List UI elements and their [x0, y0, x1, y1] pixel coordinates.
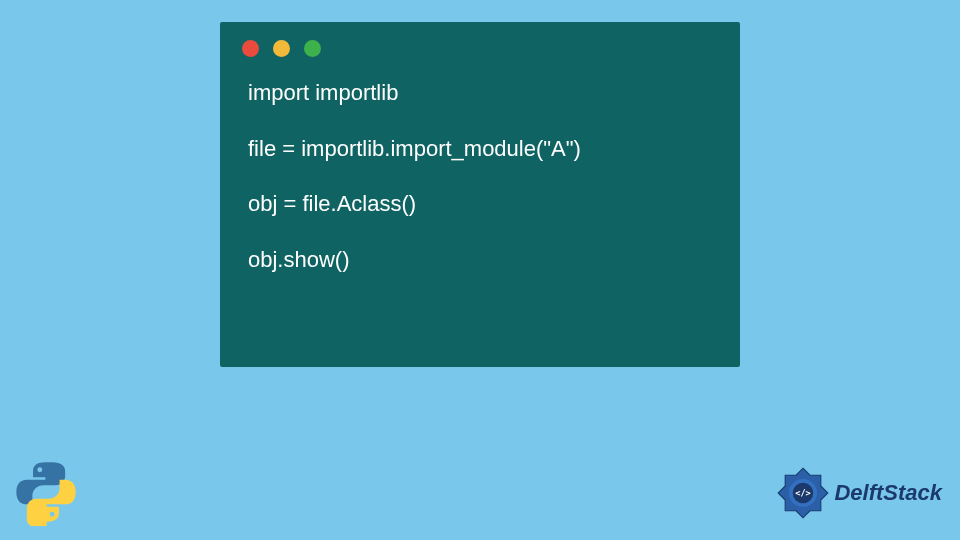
window-controls [242, 40, 321, 57]
svg-text:</>: </> [796, 488, 812, 498]
delftstack-badge-icon: </> [776, 466, 830, 520]
code-line: obj.show() [248, 245, 720, 275]
python-logo-icon [12, 458, 80, 526]
code-block: import importlib file = importlib.import… [248, 78, 720, 275]
code-line: import importlib [248, 78, 720, 108]
close-icon [242, 40, 259, 57]
maximize-icon [304, 40, 321, 57]
minimize-icon [273, 40, 290, 57]
delftstack-logo: </> DelftStack [776, 466, 942, 520]
code-line: file = importlib.import_module("A") [248, 134, 720, 164]
code-line: obj = file.Aclass() [248, 189, 720, 219]
delftstack-label: DelftStack [834, 480, 942, 506]
code-window: import importlib file = importlib.import… [220, 22, 740, 367]
